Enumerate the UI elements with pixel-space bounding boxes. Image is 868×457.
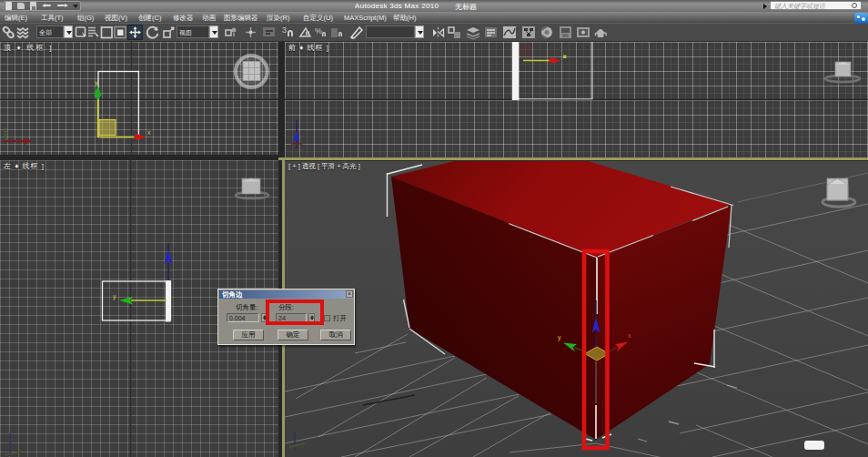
svg-text:x: x xyxy=(147,129,151,136)
svg-text:%: % xyxy=(315,26,322,36)
svg-text:3: 3 xyxy=(282,25,287,35)
svg-text:x: x xyxy=(628,332,631,339)
svg-text:y: y xyxy=(558,334,561,341)
svg-text:y: y xyxy=(95,79,98,86)
svg-text:y: y xyxy=(113,293,116,300)
